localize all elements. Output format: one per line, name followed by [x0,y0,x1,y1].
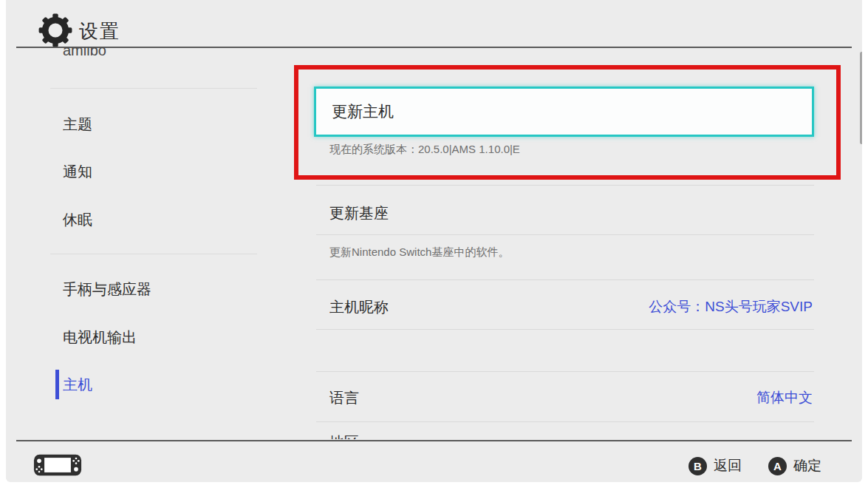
sidebar-item-theme[interactable]: 主题 [63,113,247,135]
selected-item-indicator [55,370,59,399]
update-dock-item[interactable]: 更新基座 [329,203,389,223]
footer-divider [16,440,852,441]
sidebar-divider [50,254,257,254]
sidebar-divider [50,88,257,89]
row-divider [316,329,814,330]
row-divider [316,279,814,280]
language-item[interactable]: 语言 [329,387,359,408]
row-divider [316,421,814,422]
update-dock-description: 更新Nintendo Switch基座中的软件。 [329,245,509,260]
confirm-label: 确定 [793,456,821,475]
gear-icon [38,13,72,47]
system-version-text: 现在的系统版本：20.5.0|AMS 1.10.0|E [329,142,520,157]
sidebar-item-console[interactable]: 主机 [63,373,247,396]
nickname-item[interactable]: 主机昵称 [329,296,389,317]
switch-handheld-icon [33,453,82,477]
back-button-hint[interactable]: B 返回 [688,456,742,475]
page-title: 设置 [79,18,120,44]
row-divider [316,234,814,235]
sidebar-item-notifications[interactable]: 通知 [63,160,247,183]
back-label: 返回 [714,456,742,475]
sidebar-item-sleep[interactable]: 休眠 [63,209,247,231]
scrollbar[interactable] [860,52,862,144]
nickname-value: 公众号：NS头号玩家SVIP [649,296,813,317]
sidebar-item-tv-output[interactable]: 电视机输出 [63,326,247,348]
b-button-icon: B [688,457,707,475]
language-value: 简体中文 [756,387,813,408]
sidebar-item-controllers-sensors[interactable]: 手柄与感应器 [63,278,247,300]
row-divider [316,371,814,372]
confirm-button-hint[interactable]: A 确定 [768,456,821,475]
sidebar-item-amiibo-clipped[interactable]: amiibo [63,47,211,60]
update-console-label: 更新主机 [332,89,394,135]
settings-screen: 设置 amiibo 主题 通知 休眠 手柄与感应器 电视机输出 主机 更新主机 … [6,0,862,482]
region-item-clipped[interactable]: 地区 [329,432,477,439]
a-button-icon: A [768,457,787,475]
update-console-item[interactable]: 更新主机 [314,87,814,137]
row-divider [316,185,814,186]
